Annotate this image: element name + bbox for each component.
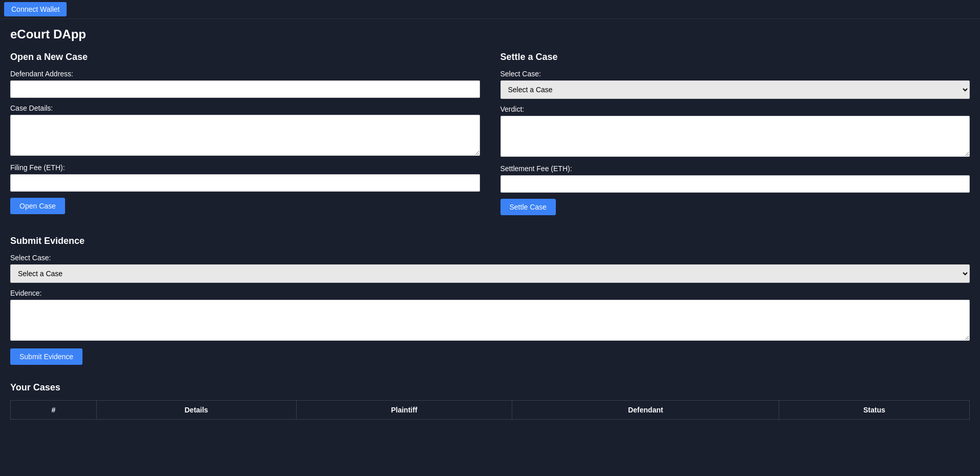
settlement-fee-input[interactable]: 0: [501, 175, 970, 193]
settle-select-case-dropdown[interactable]: Select a Case: [501, 80, 970, 99]
open-case-title: Open a New Case: [10, 52, 480, 63]
settlement-fee-label: Settlement Fee (ETH):: [501, 164, 970, 173]
col-details: Details: [96, 401, 296, 420]
submit-evidence-button[interactable]: Submit Evidence: [10, 348, 82, 365]
cases-table: # Details Plaintiff Defendant Status: [10, 400, 970, 420]
submit-evidence-title: Submit Evidence: [10, 236, 970, 246]
open-case-button[interactable]: Open Case: [10, 198, 65, 214]
defendant-address-label: Defendant Address:: [10, 70, 480, 78]
filing-fee-input[interactable]: 0: [10, 174, 480, 192]
filing-fee-label: Filing Fee (ETH):: [10, 163, 480, 172]
your-cases-section: Your Cases # Details Plaintiff Defendant…: [10, 382, 970, 420]
settle-case-section: Settle a Case Select Case: Select a Case…: [501, 52, 970, 220]
connect-wallet-button[interactable]: Connect Wallet: [4, 2, 67, 16]
case-details-label: Case Details:: [10, 104, 480, 112]
evidence-label: Evidence:: [10, 289, 970, 297]
your-cases-title: Your Cases: [10, 382, 970, 393]
submit-evidence-section: Submit Evidence Select Case: Select a Ca…: [10, 236, 970, 370]
settle-select-case-label: Select Case:: [501, 70, 970, 78]
settle-case-button[interactable]: Settle Case: [501, 199, 556, 215]
evidence-select-case-dropdown[interactable]: Select a Case: [10, 264, 970, 283]
evidence-textarea[interactable]: [10, 300, 970, 341]
open-case-section: Open a New Case Defendant Address: Case …: [10, 52, 480, 220]
verdict-textarea[interactable]: [501, 116, 970, 157]
case-details-textarea[interactable]: [10, 115, 480, 156]
defendant-address-input[interactable]: [10, 80, 480, 98]
col-plaintiff: Plaintiff: [296, 401, 512, 420]
main-content: eCourt DApp Open a New Case Defendant Ad…: [0, 19, 980, 428]
evidence-select-case-label: Select Case:: [10, 254, 970, 262]
col-status: Status: [779, 401, 970, 420]
cases-table-header-row: # Details Plaintiff Defendant Status: [11, 401, 970, 420]
col-number: #: [11, 401, 97, 420]
two-column-layout: Open a New Case Defendant Address: Case …: [10, 52, 970, 220]
settle-case-title: Settle a Case: [501, 52, 970, 63]
verdict-label: Verdict:: [501, 105, 970, 113]
app-title: eCourt DApp: [10, 27, 970, 42]
col-defendant: Defendant: [512, 401, 779, 420]
top-bar: Connect Wallet: [0, 0, 980, 19]
cases-table-header: # Details Plaintiff Defendant Status: [11, 401, 970, 420]
